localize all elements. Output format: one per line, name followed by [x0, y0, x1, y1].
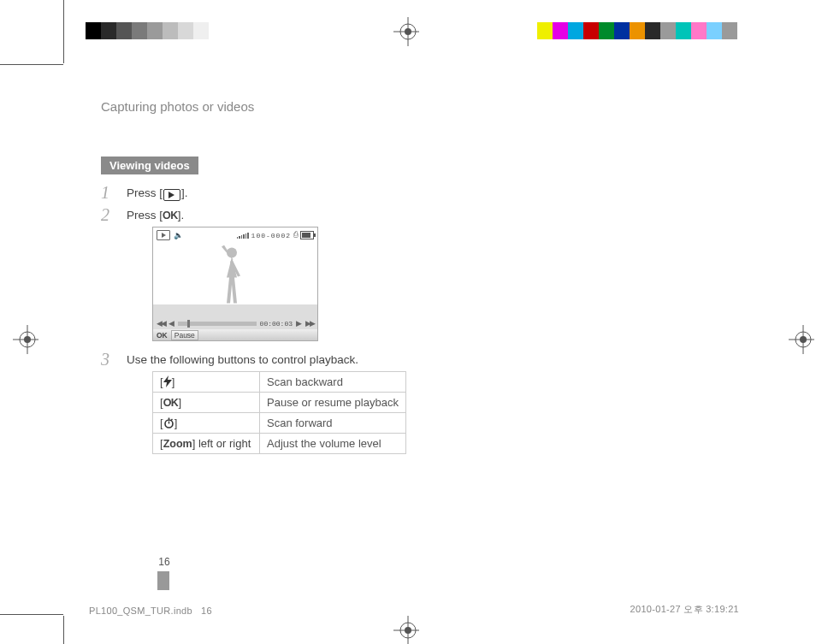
rewind-icon — [157, 319, 165, 328]
play-mode-icon — [157, 230, 170, 240]
page-content: Capturing photos or videos Viewing video… — [101, 99, 614, 461]
step-text: ]. — [178, 209, 185, 222]
svg-line-20 — [171, 419, 173, 421]
pause-label: Pause — [171, 330, 198, 340]
control-desc: Pause or resume playback — [260, 393, 406, 413]
table-row: [Zoom] left or right Adjust the volume l… — [153, 434, 406, 454]
page-area: Capturing photos or videos Viewing video… — [68, 22, 753, 621]
step-1: Press []. — [101, 186, 614, 202]
page-tab-marker — [157, 571, 169, 590]
signal-icon — [237, 232, 249, 239]
ok-indicator: OK — [157, 331, 168, 340]
step-text: ]. — [181, 186, 188, 199]
footer-timestamp: 2010-01-27 오후 3:19:21 — [630, 603, 739, 616]
key-extra: left or right — [195, 437, 251, 450]
crop-line — [0, 64, 63, 65]
registration-mark-icon — [13, 327, 38, 352]
sound-icon: 🔈 — [174, 231, 183, 240]
zoom-button-label: Zoom — [163, 438, 192, 450]
next-icon — [296, 319, 302, 328]
control-desc: Scan forward — [260, 413, 406, 434]
bracket: ] — [178, 396, 181, 409]
printer-colorbar-left — [86, 22, 209, 39]
step-text: Press [ — [127, 209, 163, 222]
bracket: ] — [172, 375, 175, 388]
subheading-viewing-videos: Viewing videos — [101, 157, 198, 174]
frame-counter: 100-0002 — [251, 232, 291, 239]
step-3: Use the following buttons to control pla… — [101, 353, 614, 454]
video-playback-screenshot: 🔈 100-0002 ⎙ — [152, 227, 318, 341]
step-text: Press [ — [127, 186, 163, 199]
step-2: Press [OK]. 🔈 100-0002 ⎙ — [101, 209, 614, 341]
crop-line — [63, 0, 64, 63]
ok-button-label: OK — [163, 397, 179, 409]
steps-list: Press []. Press [OK]. 🔈 100-0002 ⎙ — [101, 186, 614, 454]
control-desc: Scan backward — [260, 372, 406, 393]
scrub-bar — [178, 322, 257, 326]
footer-filename: PL100_QSM_TUR.indb 16 — [89, 606, 212, 616]
section-title: Capturing photos or videos — [101, 99, 614, 114]
prev-icon — [169, 319, 174, 328]
step-text: Use the following buttons to control pla… — [127, 353, 358, 366]
table-row: [] Scan backward — [153, 372, 406, 393]
play-button-icon — [163, 189, 180, 202]
elapsed-time: 00:00:03 — [260, 320, 293, 328]
bracket: ] — [174, 417, 178, 429]
footer-page: 16 — [201, 606, 212, 616]
person-silhouette-icon — [215, 245, 249, 311]
ok-button-label: OK — [163, 210, 178, 222]
control-desc: Adjust the volume level — [260, 434, 406, 454]
fast-forward-icon — [305, 319, 314, 328]
page-number: 16 — [154, 556, 174, 568]
print-icon: ⎙ — [293, 231, 298, 239]
registration-mark-icon — [393, 617, 419, 643]
timer-icon — [163, 417, 174, 429]
table-row: [OK] Pause or resume playback — [153, 393, 406, 413]
footer-file: PL100_QSM_TUR.indb — [89, 606, 192, 616]
controls-table: [] Scan backward [OK] Pause or resume pl… — [152, 371, 406, 454]
crop-line — [63, 616, 64, 644]
table-row: [] Scan forward — [153, 413, 406, 434]
printer-colorbar-right — [537, 22, 737, 39]
battery-icon — [300, 231, 314, 239]
flash-icon — [163, 375, 172, 388]
registration-mark-icon — [789, 327, 814, 352]
crop-line — [0, 614, 63, 615]
